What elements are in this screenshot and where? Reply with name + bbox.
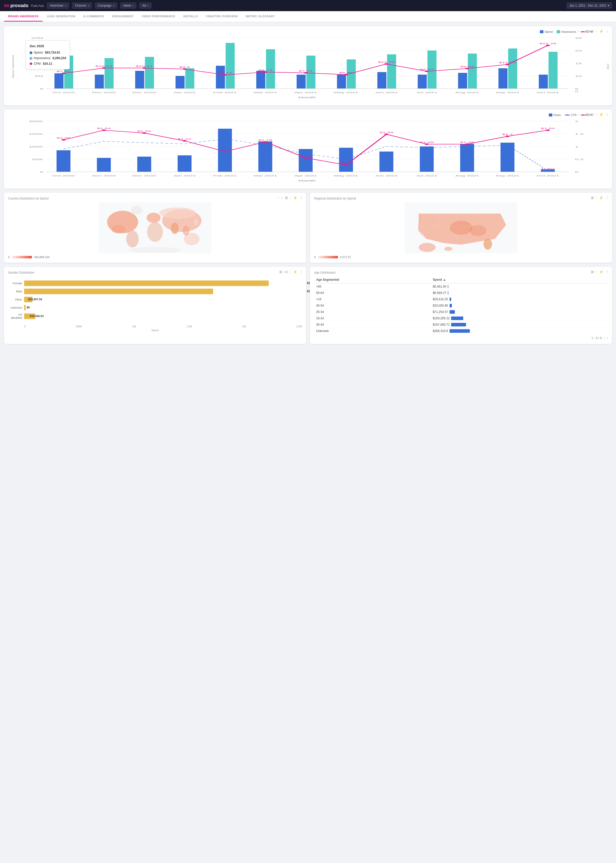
sort-down-icon[interactable]: ↓ [281,196,283,200]
channel-filter[interactable]: Channel ▾ [72,3,92,9]
screenshot-icon[interactable]: ⊞ [591,196,594,200]
tab-lead-generation[interactable]: Lead Generation [42,11,79,22]
az-sort-icon[interactable]: AZ [590,113,594,116]
svg-rect-38 [498,68,508,88]
svg-text:Mar 2021: Mar 2021 [253,175,277,177]
gender-label-male: Male [8,290,22,293]
lightning-icon[interactable]: ⚡ [599,196,603,200]
svg-text:Dec 2020: Dec 2020 [132,175,156,177]
more-icon[interactable]: ⋮ [605,270,609,274]
svg-text:Jun 2021: Jun 2021 [375,175,398,177]
svg-text:Jan 2021: Jan 2021 [173,175,196,177]
tab-metric-glossary[interactable]: Metric Glossary [242,11,279,22]
tooltip-cpm-row: CPM: $10.11 [30,61,66,67]
us-map-svg [314,202,608,253]
screenshot-icon[interactable]: ⊞ [585,29,588,33]
svg-point-67 [465,68,469,69]
svg-text:0: 0 [575,90,578,93]
svg-text:Aug 2021: Aug 2021 [455,175,479,177]
screenshot-icon[interactable]: ⊞ [591,270,594,274]
legend-spend: Spend [540,30,553,33]
more-icon[interactable]: ⋮ [605,29,609,33]
tab-creative-overview[interactable]: Creative Overview [202,11,242,22]
sort-up-icon[interactable]: ↑ [578,112,580,117]
svg-point-58 [102,67,106,69]
svg-text:$6.84: $6.84 [339,72,353,74]
gender-bar-male [24,288,213,294]
svg-point-165 [193,219,198,225]
az-sort-icon[interactable]: AZ [284,270,288,273]
svg-rect-30 [337,75,346,88]
svg-text:$1.26: $1.26 [57,137,71,139]
tab-brand-awareness[interactable]: Brand Awareness [4,11,42,22]
legend-ctr: CTR [565,113,577,117]
lightning-icon[interactable]: ⚡ [599,270,603,274]
tab-installs[interactable]: Installs [179,11,202,22]
date-range-filter[interactable]: Jan 1, 2021 - Dec 31, 2022 ▾ [567,3,612,9]
svg-point-132 [304,157,308,159]
more-icon[interactable]: ⋮ [605,112,609,117]
svg-point-175 [469,225,486,236]
y-axis-left-label-1: Spend / Impressions [12,55,14,78]
chart2-wrapper: 200K 150K 100K 50K 0 2 1.5 1 0.5 0 [8,118,608,184]
svg-text:200K: 200K [29,120,43,123]
svg-rect-36 [458,73,467,88]
gender-bar-wrap-female: $2,299,894.59 [24,280,302,286]
campaign-filter[interactable]: Campaign ▾ [95,3,117,9]
svg-point-69 [546,45,550,46]
gender-bar-wrap-not-identified: $36,442.53 [24,313,302,319]
svg-text:$1.09: $1.09 [460,141,474,143]
svg-point-136 [465,143,469,145]
more-icon[interactable]: ⋮ [605,196,609,200]
gender-bar-unknown [24,305,26,310]
svg-text:$8.13: $8.13 [258,69,272,71]
screenshot-icon[interactable]: ⊞ [279,270,282,274]
card-toolbar-gender: ⊞ AZ | ⚡ ⋮ [279,270,303,274]
age-distribution-card: ⊞ | ⚡ ⋮ Age Distribution Age Segmented S… [310,267,612,344]
next-page-button[interactable]: › [607,336,608,340]
svg-rect-99 [97,158,111,172]
sort-up-icon[interactable]: ↑ [578,29,580,33]
impressions-legend-color [556,30,560,33]
lightning-icon[interactable]: ⚡ [293,270,297,274]
more-icon[interactable]: ⋮ [299,270,303,274]
tab-engagement[interactable]: Engagement [108,11,138,22]
screenshot-icon[interactable]: ⊞ [585,112,588,117]
gender-value-not-identified: $36,442.53 [30,315,44,318]
pagination-label: 1 - 8 / 8 [591,336,602,340]
az-sort-icon[interactable]: AZ [590,30,594,33]
svg-text:2: 2 [575,120,578,123]
ad-filter[interactable]: Ad ▾ [139,3,151,9]
svg-rect-18 [95,75,104,88]
svg-rect-22 [176,76,185,88]
screenshot-icon[interactable]: ⊞ [285,196,288,200]
lightning-icon[interactable]: ⚡ [599,29,603,33]
chevron-down-icon: ▾ [132,4,134,7]
logo-provado: provado [10,3,28,8]
svg-text:20M: 20M [31,37,43,39]
svg-point-155 [126,230,139,247]
tab-video-performance[interactable]: Video Performance [138,11,179,22]
chart1-tooltip: Dec 2020 Spend: $83,724.81 Impressions: … [26,40,70,69]
tab-e-commerce[interactable]: E-Commerce [79,11,108,22]
advertiser-filter[interactable]: Advertiser ▾ [47,3,69,9]
svg-point-127 [102,129,106,131]
more-icon[interactable]: ⋮ [299,196,303,200]
cpm-legend-line [580,31,586,32]
svg-text:Jun 2021: Jun 2021 [375,91,398,94]
tooltip-cpm-dot [30,63,32,65]
spend-col-header[interactable]: Spend ▲ [431,276,608,283]
svg-point-60 [182,68,187,70]
svg-point-59 [142,67,146,69]
age-cell: 18-24 [314,315,431,321]
adset-filter[interactable]: Adset ▾ [120,3,137,9]
svg-point-64 [344,74,348,76]
svg-text:1.3%: 1.3% [541,168,555,170]
sort-up-icon[interactable]: ↑ [277,196,279,200]
gender-x-label: Spend [8,329,302,332]
svg-rect-39 [508,49,517,88]
lightning-icon[interactable]: ⚡ [599,112,603,117]
lightning-icon[interactable]: ⚡ [293,196,297,200]
svg-text:Nov 2020: Nov 2020 [92,175,116,177]
prev-page-button[interactable]: ‹ [604,336,605,340]
